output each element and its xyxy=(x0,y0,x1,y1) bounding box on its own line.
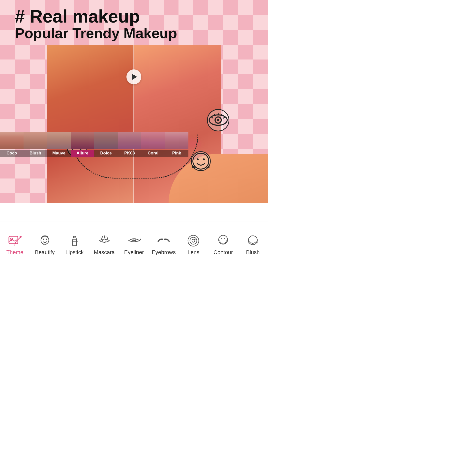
toolbar-item-contour[interactable]: Contour xyxy=(208,221,238,268)
toolbar-item-eyeliner[interactable]: Eyeliner xyxy=(119,221,149,268)
svg-point-48 xyxy=(248,242,249,243)
svg-rect-27 xyxy=(73,240,77,246)
svg-point-38 xyxy=(188,235,199,246)
bottom-toolbar: Theme Beautify xyxy=(0,221,268,268)
svg-point-12 xyxy=(203,158,205,160)
toolbar-label-mascara: Mascara xyxy=(94,249,115,256)
play-button[interactable] xyxy=(126,69,141,84)
blush-icon xyxy=(246,234,260,248)
theme-icon xyxy=(8,234,22,248)
toolbar-item-beautify[interactable]: Beautify xyxy=(30,221,60,268)
subtitle: Popular Trendy Makeup xyxy=(15,25,177,41)
svg-point-22 xyxy=(20,236,22,238)
toolbar-label-eyeliner: Eyeliner xyxy=(124,249,144,256)
svg-line-23 xyxy=(15,242,16,245)
lipstick-icon xyxy=(68,234,82,248)
lens-icon xyxy=(186,234,200,248)
toolbar-label-lens: Lens xyxy=(187,249,199,256)
swatch-dolce[interactable]: Dolce xyxy=(94,132,118,157)
svg-point-43 xyxy=(221,238,222,239)
toolbar-label-lipstick: Lipstick xyxy=(65,249,84,256)
toolbar-label-contour: Contour xyxy=(213,249,233,256)
swatch-dolce-label: Dolce xyxy=(94,150,118,157)
svg-point-25 xyxy=(43,238,44,240)
svg-point-24 xyxy=(41,236,49,244)
svg-point-10 xyxy=(193,153,209,169)
svg-point-47 xyxy=(250,242,251,243)
svg-point-11 xyxy=(197,158,199,160)
mascara-icon xyxy=(97,234,111,248)
svg-line-32 xyxy=(103,236,103,238)
svg-point-44 xyxy=(224,238,225,239)
swatch-coral[interactable]: Coral xyxy=(141,132,165,157)
swatch-pk08[interactable]: PK08 xyxy=(118,132,141,157)
swatch-blush-label: Blush xyxy=(24,150,47,157)
svg-point-37 xyxy=(133,240,135,241)
swatch-coco-label: Coco xyxy=(0,150,24,157)
svg-line-31 xyxy=(101,237,101,239)
toolbar-label-theme: Theme xyxy=(6,249,23,256)
toolbar-item-theme[interactable]: Theme xyxy=(0,221,30,268)
face-smile-icon xyxy=(192,152,210,170)
svg-point-51 xyxy=(257,242,258,243)
contour-icon xyxy=(216,234,230,248)
swatch-blush[interactable]: Blush xyxy=(24,132,47,157)
svg-line-7 xyxy=(223,117,225,118)
eyeliner-icon xyxy=(127,234,141,248)
swatch-coco[interactable]: Coco xyxy=(0,132,24,157)
toolbar-item-lens[interactable]: Lens xyxy=(178,221,208,268)
swatches-bar: Coco Blush Mauve Allure Dolce PK08 xyxy=(0,132,188,157)
swatch-pk08-label: PK08 xyxy=(118,150,141,157)
swatch-mauve-label: Mauve xyxy=(47,150,71,157)
swatch-pink[interactable]: Pink xyxy=(165,132,188,157)
before-after-divider xyxy=(134,45,134,203)
svg-point-26 xyxy=(46,238,47,240)
toolbar-item-blush[interactable]: Blush xyxy=(238,221,268,268)
eye-icon xyxy=(208,110,229,131)
svg-point-2 xyxy=(217,119,219,121)
svg-line-21 xyxy=(16,237,20,241)
swatch-coral-label: Coral xyxy=(141,150,165,157)
eye-icon-overlay xyxy=(207,109,229,131)
swatch-pink-label: Pink xyxy=(165,150,188,157)
eyebrows-icon xyxy=(157,234,171,248)
main-title: # Real makeup xyxy=(15,7,177,25)
svg-point-50 xyxy=(255,242,256,243)
swatch-allure-label: Allure xyxy=(71,150,94,157)
svg-point-40 xyxy=(192,239,195,242)
swatch-mauve[interactable]: Mauve xyxy=(47,132,71,157)
toolbar-item-lipstick[interactable]: Lipstick xyxy=(60,221,89,268)
svg-line-34 xyxy=(106,236,106,238)
main-image-area: # Real makeup Popular Trendy Makeup xyxy=(0,0,268,203)
svg-point-41 xyxy=(194,238,196,240)
face-left-half xyxy=(47,45,134,203)
toolbar-label-beautify: Beautify xyxy=(35,249,55,256)
svg-point-39 xyxy=(190,237,197,244)
swatch-allure[interactable]: Allure xyxy=(71,132,94,157)
toolbar-label-eyebrows: Eyebrows xyxy=(152,249,176,256)
svg-line-35 xyxy=(107,237,108,239)
toolbar-label-blush: Blush xyxy=(246,249,260,256)
face-smile-overlay xyxy=(191,151,211,171)
beautify-icon xyxy=(38,234,52,248)
svg-line-6 xyxy=(211,117,213,118)
toolbar-item-eyebrows[interactable]: Eyebrows xyxy=(149,221,178,268)
toolbar-item-mascara[interactable]: Mascara xyxy=(89,221,119,268)
svg-point-42 xyxy=(219,235,228,244)
title-area: # Real makeup Popular Trendy Makeup xyxy=(15,7,177,41)
